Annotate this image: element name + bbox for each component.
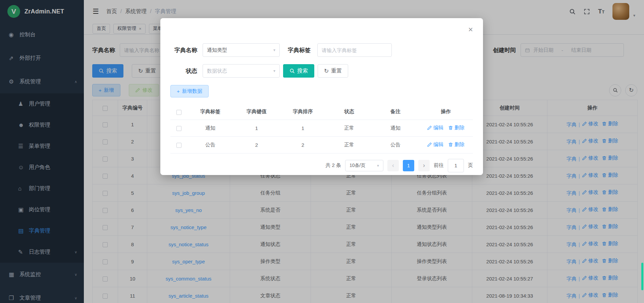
dict-label-input[interactable] [317, 43, 392, 57]
search-icon [289, 68, 295, 74]
status-placeholder: 数据状态 [207, 68, 227, 74]
col-status: 状态 [326, 104, 372, 120]
table-row: 通知 1 1 正常 通知 编辑 删除 [170, 120, 473, 136]
chevron-down-icon: ▾ [377, 163, 379, 168]
col-dict-sort: 字典排序 [280, 104, 326, 120]
page-size-select[interactable]: 10条/页 ▾ [345, 160, 383, 171]
cell-status: 正常 [326, 120, 372, 136]
cell-dict-label: 通知 [187, 120, 233, 136]
chevron-down-icon: ▾ [273, 69, 275, 73]
delete-row-link[interactable]: 删除 [448, 141, 465, 148]
page-scrollbar-thumb[interactable] [641, 263, 643, 290]
pagination-total: 共 2 条 [325, 162, 341, 169]
modal-table-body: 通知 1 1 正常 通知 编辑 删除 公告 2 2 正常 [170, 120, 473, 153]
goto-label: 前往 [434, 162, 444, 169]
row-checkbox[interactable] [176, 126, 181, 131]
goto-page-input[interactable] [448, 159, 464, 172]
edit-row-link[interactable]: 编辑 [427, 125, 443, 131]
modal-reset-button[interactable]: ↻ 重置 [318, 64, 348, 78]
cell-dict-sort: 2 [280, 136, 326, 153]
modal-status-label: 状态 [170, 67, 197, 75]
dict-name-selected-value: 通知类型 [207, 47, 227, 53]
plus-icon: + [177, 88, 180, 94]
refresh-icon: ↻ [324, 68, 329, 74]
modal-filter-row-1: 字典名称 通知类型 ▾ 字典标签 [170, 18, 473, 57]
edit-icon [427, 125, 432, 130]
modal-table-header-row: 字典标签 字典键值 字典排序 状态 备注 操作 [170, 104, 473, 120]
cell-actions: 编辑 删除 [419, 120, 473, 136]
col-dict-value: 字典键值 [233, 104, 280, 120]
col-dict-label: 字典标签 [187, 104, 233, 120]
cell-dict-label: 公告 [187, 136, 233, 153]
select-all-checkbox[interactable] [176, 110, 181, 115]
trash-icon [448, 125, 453, 130]
cell-status: 正常 [326, 136, 372, 153]
close-icon[interactable]: × [468, 26, 473, 34]
row-checkbox[interactable] [176, 143, 181, 148]
edit-row-link[interactable]: 编辑 [427, 141, 443, 148]
chevron-down-icon: ▾ [273, 48, 275, 52]
current-page-button[interactable]: 1 [403, 160, 414, 171]
modal-toolbar: + 新增数据 [170, 85, 473, 97]
page-size-value: 10条/页 [350, 163, 365, 169]
next-page-button[interactable]: › [418, 160, 430, 171]
edit-icon [427, 142, 432, 147]
header-checkbox-cell [170, 104, 187, 120]
prev-page-button[interactable]: ‹ [387, 160, 399, 171]
cell-actions: 编辑 删除 [419, 136, 473, 153]
modal-dict-name-label: 字典名称 [170, 46, 197, 54]
cell-remark: 公告 [372, 136, 419, 153]
cell-dict-value: 1 [233, 120, 280, 136]
modal-filter-row-2: 状态 数据状态 ▾ 搜索 ↻ 重置 [170, 64, 473, 78]
table-row: 公告 2 2 正常 公告 编辑 删除 [170, 136, 473, 153]
cell-dict-value: 2 [233, 136, 280, 153]
add-data-button[interactable]: + 新增数据 [170, 85, 209, 97]
modal-search-button[interactable]: 搜索 [283, 64, 314, 78]
delete-row-link[interactable]: 删除 [448, 125, 465, 131]
page-unit-label: 页 [468, 162, 473, 169]
col-remark: 备注 [372, 104, 419, 120]
pagination: 共 2 条 10条/页 ▾ ‹ 1 › 前往 页 [170, 159, 473, 172]
col-actions: 操作 [419, 104, 473, 120]
cell-remark: 通知 [372, 120, 419, 136]
dict-name-select[interactable]: 通知类型 ▾ [203, 43, 280, 57]
dict-data-dialog: × 字典名称 通知类型 ▾ 字典标签 状态 数据状态 ▾ 搜索 ↻ 重置 + 新… [160, 18, 483, 175]
dict-data-table: 字典标签 字典键值 字典排序 状态 备注 操作 通知 1 1 正常 通知 编辑 [170, 104, 473, 154]
trash-icon [448, 142, 453, 147]
modal-dict-label-label: 字典标签 [281, 46, 311, 54]
cell-dict-sort: 1 [280, 120, 326, 136]
status-select[interactable]: 数据状态 ▾ [203, 64, 280, 78]
